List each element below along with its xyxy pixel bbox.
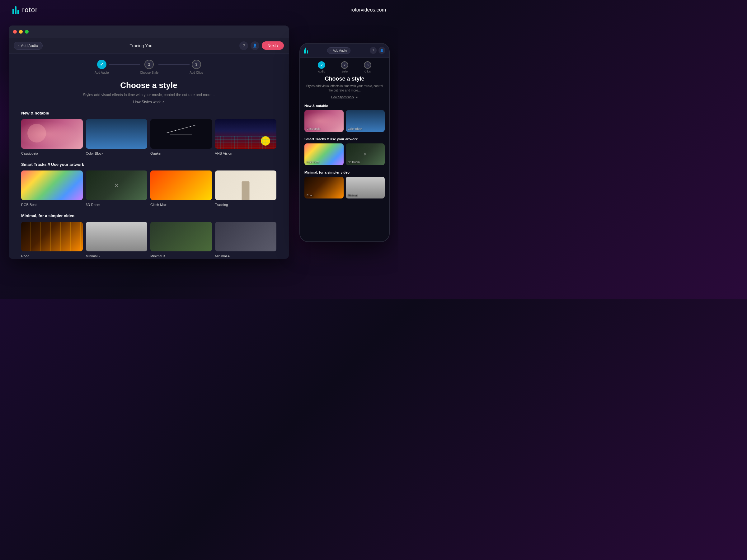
mobile-add-audio-label: Add Audio xyxy=(333,49,347,52)
mobile-style-road[interactable]: Road xyxy=(304,177,344,199)
section-title-notable: New & notable xyxy=(21,111,276,115)
style-item-minimal4[interactable]: Minimal 4 xyxy=(215,222,277,258)
mobile-grid-minimal: Road Minimal xyxy=(304,177,385,199)
tracking-figure-decoration xyxy=(242,181,250,200)
mobile-step-clips: 3 Clips xyxy=(364,61,371,73)
mobile-logo-bar-3 xyxy=(307,50,308,54)
quaker-lines xyxy=(160,125,203,142)
mobile-user-button[interactable]: 👤 xyxy=(379,47,385,54)
step-choose-style: 2 Choose Style xyxy=(140,60,158,74)
style-item-color-block[interactable]: Color Block xyxy=(86,119,148,156)
mobile-page-title: Choose a style xyxy=(304,76,385,82)
style-name-tracking: Tracking xyxy=(215,203,228,207)
style-name-road: Road xyxy=(21,254,29,258)
mobile-navbar: ‹ Add Audio ? 👤 xyxy=(300,44,389,58)
back-chevron-icon: ‹ xyxy=(18,44,19,47)
style-grid-minimal: Road Minimal 2 Minimal 3 Minimal 4 xyxy=(21,222,276,258)
mobile-checkmark-icon: ✓ xyxy=(320,63,323,67)
add-audio-label: Add Audio xyxy=(21,44,38,48)
style-item-road[interactable]: Road xyxy=(21,222,83,258)
step-circle-1: ✓ xyxy=(97,60,106,69)
style-name-3d-room: 3D Room xyxy=(86,203,100,207)
mobile-style-cassiopeia[interactable]: Cassiopeia xyxy=(304,110,344,133)
mobile-how-styles-link-container: How Styles work ↗ xyxy=(304,94,385,100)
mobile-add-audio-button[interactable]: ‹ Add Audio xyxy=(327,47,351,54)
logo-bar-3 xyxy=(18,10,19,14)
mobile-thumb-road: Road xyxy=(304,177,344,198)
mobile-step-number-3: 3 xyxy=(367,63,368,67)
mobile-back-chevron-icon: ‹ xyxy=(331,49,332,52)
help-icon-button[interactable]: ? xyxy=(239,42,248,50)
mobile-stepper: ✓ Audio 2 Style 3 Clips xyxy=(300,58,389,76)
mobile-question-icon: ? xyxy=(372,49,374,52)
how-styles-link-container: How Styles work xyxy=(21,99,276,105)
mobile-style-rgb-beat[interactable]: RGB Beat xyxy=(304,143,344,166)
style-name-rgb-beat: RGB Beat xyxy=(21,203,37,207)
style-name-minimal3: Minimal 3 xyxy=(150,254,165,258)
style-thumb-glitch xyxy=(150,170,212,200)
page-title: Choose a style xyxy=(21,81,276,90)
checkmark-icon: ✓ xyxy=(100,62,104,67)
mobile-name-road: Road xyxy=(307,194,313,197)
traffic-dot-yellow[interactable] xyxy=(19,30,23,34)
mobile-style-minimal2[interactable]: Minimal xyxy=(346,177,385,199)
track-title: Tracing You xyxy=(129,43,152,48)
mobile-style-color-block[interactable]: Color Block xyxy=(346,110,385,133)
add-audio-button[interactable]: ‹ Add Audio xyxy=(14,42,43,50)
user-icon-button[interactable]: 👤 xyxy=(251,42,259,50)
mobile-content: Choose a style Styles add visual effects… xyxy=(300,76,389,235)
mobile-how-styles-link[interactable]: How Styles work xyxy=(331,96,354,99)
mobile-grid-notable: Cassiopeia Color Block xyxy=(304,110,385,133)
mobile-subtitle: Styles add visual effects in time with y… xyxy=(304,84,385,93)
style-thumb-cassiopeia xyxy=(21,119,83,149)
next-button[interactable]: Next › xyxy=(262,42,284,50)
mobile-name-rgb-beat: RGB Beat xyxy=(307,161,319,164)
mobile-style-3d-room[interactable]: ✕ 3D Room xyxy=(346,143,385,166)
style-item-vhs[interactable]: VHS Vision xyxy=(215,119,277,156)
step-number-2: 2 xyxy=(148,62,150,66)
mobile-step-line-2 xyxy=(348,65,364,65)
style-item-minimal3[interactable]: Minimal 3 xyxy=(150,222,212,258)
mobile-step-label-3: Clips xyxy=(364,70,371,73)
satellite-dish-decoration xyxy=(27,124,46,142)
step-line-2 xyxy=(158,64,189,65)
section-title-minimal: Minimal, for a simpler video xyxy=(21,213,276,218)
traffic-dot-green[interactable] xyxy=(25,30,29,34)
mobile-step-label-2: Style xyxy=(341,70,348,73)
mobile-external-link-icon: ↗ xyxy=(356,96,358,99)
desktop-window: ‹ Add Audio Tracing You ? 👤 Next › ✓ Add… xyxy=(9,26,289,259)
section-title-smart-tracks: Smart Tracks // Use your artwork xyxy=(21,162,276,167)
how-styles-link[interactable]: How Styles work xyxy=(133,100,165,104)
road-lines-decoration xyxy=(21,222,83,251)
mobile-help-button[interactable]: ? xyxy=(370,47,377,54)
mobile-step-audio: ✓ Audio xyxy=(318,61,325,73)
page-subtitle: Styles add visual effects in time with y… xyxy=(21,93,276,97)
mobile-logo-icon xyxy=(304,47,308,54)
style-item-minimal2[interactable]: Minimal 2 xyxy=(86,222,148,258)
logo-area: rotor xyxy=(12,6,38,14)
style-item-tracking[interactable]: Tracking xyxy=(215,170,277,207)
mobile-step-number-2: 2 xyxy=(344,63,345,67)
mobile-thumb-minimal2: Minimal xyxy=(346,177,385,198)
style-item-glitch-max[interactable]: Glitch Max xyxy=(150,170,212,207)
site-url: rotorvideos.com xyxy=(351,7,386,13)
mobile-section-notable: New & notable xyxy=(304,104,385,108)
style-item-quaker[interactable]: Quaker xyxy=(150,119,212,156)
style-name-quaker: Quaker xyxy=(150,152,161,155)
logo-bar-1 xyxy=(12,9,14,14)
style-grid-notable: Cassiopeia Color Block Quaker xyxy=(21,119,276,156)
mobile-step-circle-1: ✓ xyxy=(318,61,325,69)
mobile-thumb-cassiopeia: Cassiopeia xyxy=(304,110,344,132)
style-item-rgb-beat[interactable]: RGB Beat xyxy=(21,170,83,207)
step-line-1 xyxy=(109,64,140,65)
traffic-dot-red[interactable] xyxy=(13,30,17,34)
step-label-2: Choose Style xyxy=(140,71,158,74)
style-item-cassiopeia[interactable]: Cassiopeia xyxy=(21,119,83,156)
step-circle-3: 3 xyxy=(192,60,201,69)
vhs-grid-decoration xyxy=(215,136,277,149)
style-thumb-road xyxy=(21,222,83,251)
user-icon: 👤 xyxy=(253,44,257,48)
style-thumb-minimal4 xyxy=(215,222,277,251)
style-thumb-minimal3 xyxy=(150,222,212,251)
style-item-3d-room[interactable]: ✕ 3D Room xyxy=(86,170,148,207)
